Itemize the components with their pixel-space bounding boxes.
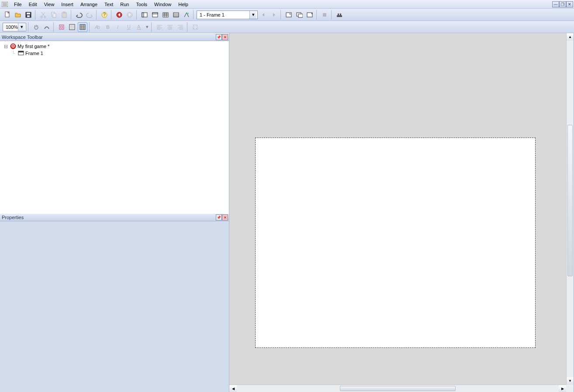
italic-button[interactable]: I	[114, 22, 123, 32]
close-panel-button[interactable]: ✕	[222, 34, 228, 40]
frame-canvas[interactable]	[256, 138, 535, 347]
menu-tools[interactable]: Tools	[132, 1, 151, 8]
pan-tool-button[interactable]	[31, 22, 41, 32]
scroll-down-icon[interactable]: ▼	[567, 377, 574, 385]
scroll-thumb[interactable]	[567, 125, 573, 276]
horizontal-scrollbar[interactable]: ◀ ▶	[229, 385, 566, 392]
frame-selector[interactable]: 1 - Frame 1 ▾	[197, 10, 258, 19]
menu-arrange[interactable]: Arrange	[77, 1, 101, 8]
tree-project-row[interactable]: ⊟ ⚙ My first game *	[1, 43, 228, 50]
zoom-selector[interactable]: 100% ▾	[3, 23, 26, 31]
storyboard-editor-button[interactable]	[140, 10, 149, 20]
event-editor-button[interactable]	[161, 10, 170, 20]
svg-text:A: A	[137, 24, 141, 29]
menu-view[interactable]: View	[41, 1, 58, 8]
cut-button[interactable]	[38, 10, 48, 20]
separator	[151, 22, 153, 32]
run-application-button[interactable]	[294, 10, 304, 20]
properties-panel-header: Properties 📌 ✕	[0, 213, 229, 221]
main-toolbar: ? 1 - Frame 1 ▾	[0, 9, 574, 21]
text-color-dropdown[interactable]: ▾	[145, 22, 149, 32]
tree-branch-icon: └	[10, 51, 17, 56]
scroll-track[interactable]	[237, 385, 559, 392]
separator	[71, 10, 73, 20]
show-grid-button[interactable]	[67, 22, 77, 32]
svg-rect-12	[62, 13, 66, 17]
save-button[interactable]	[24, 10, 33, 20]
separator	[136, 10, 138, 20]
svg-rect-42	[69, 24, 75, 30]
scroll-up-icon[interactable]: ▲	[567, 33, 574, 41]
separator	[111, 10, 113, 20]
scroll-track[interactable]	[567, 41, 574, 377]
svg-rect-37	[337, 15, 342, 17]
mdi-restore-button[interactable]: ❐	[559, 1, 566, 7]
svg-rect-32	[286, 13, 291, 17]
menu-text[interactable]: Text	[101, 1, 117, 8]
scroll-thumb[interactable]	[340, 386, 456, 391]
build-button[interactable]	[335, 10, 344, 20]
prev-frame-button[interactable]	[259, 10, 268, 20]
svg-rect-21	[152, 13, 158, 14]
application-icon: ⚙	[10, 43, 17, 49]
svg-rect-36	[323, 13, 326, 17]
data-elements-button[interactable]	[182, 10, 191, 20]
center-frame-button[interactable]	[57, 22, 66, 32]
svg-rect-34	[298, 14, 303, 17]
font-button[interactable]: Ab	[93, 22, 102, 32]
mdi-minimize-button[interactable]: —	[552, 1, 559, 7]
run-project-button[interactable]	[284, 10, 294, 20]
tree-frame-row[interactable]: └ Frame 1	[1, 50, 228, 57]
pin-icon[interactable]: 📌	[216, 34, 222, 40]
menu-insert[interactable]: Insert	[58, 1, 77, 8]
tree-collapse-icon[interactable]: ⊟	[2, 44, 10, 49]
align-left-button[interactable]	[155, 22, 164, 32]
menu-run[interactable]: Run	[117, 1, 132, 8]
scroll-right-icon[interactable]: ▶	[559, 385, 566, 392]
svg-text:B: B	[106, 24, 110, 30]
run-frame-button[interactable]	[305, 10, 315, 20]
scroll-corner	[566, 385, 574, 392]
mdi-close-button[interactable]: ✕	[566, 1, 573, 7]
separator	[89, 22, 91, 32]
menu-edit[interactable]: Edit	[25, 1, 41, 8]
redo-button[interactable]	[85, 10, 94, 20]
fit-to-frame-button[interactable]	[190, 22, 200, 32]
close-panel-button[interactable]: ✕	[222, 214, 228, 220]
text-color-button[interactable]: A	[135, 22, 144, 32]
menu-help[interactable]: Help	[175, 1, 192, 8]
svg-rect-76	[18, 51, 24, 52]
paste-button[interactable]	[59, 10, 69, 20]
svg-text:?: ?	[103, 12, 106, 17]
pin-icon[interactable]: 📌	[216, 214, 222, 220]
svg-rect-47	[80, 24, 85, 30]
menu-window[interactable]: Window	[151, 1, 175, 8]
frame-editor-button[interactable]	[150, 10, 160, 20]
nav-forward-button[interactable]	[125, 10, 135, 20]
underline-button[interactable]: U	[124, 22, 134, 32]
scroll-left-icon[interactable]: ◀	[229, 385, 237, 392]
freehand-tool-button[interactable]	[42, 22, 52, 32]
properties-panel-title: Properties	[2, 215, 24, 220]
svg-rect-13	[63, 12, 65, 13]
stop-button[interactable]	[320, 10, 329, 20]
align-center-button[interactable]	[165, 22, 175, 32]
next-frame-button[interactable]	[269, 10, 279, 20]
vertical-scrollbar[interactable]: ▲ ▼	[566, 33, 574, 385]
new-button[interactable]	[3, 10, 12, 20]
app-menu-icon[interactable]	[2, 2, 8, 7]
copy-button[interactable]	[49, 10, 59, 20]
bold-button[interactable]: B	[103, 22, 113, 32]
event-list-editor-button[interactable]	[171, 10, 181, 20]
svg-rect-19	[142, 13, 144, 17]
frame-editor-viewport[interactable]: ▲ ▼ ◀ ▶	[229, 33, 574, 392]
project-name-label: My first game *	[17, 44, 49, 49]
align-right-button[interactable]	[176, 22, 185, 32]
snap-grid-button[interactable]	[78, 22, 87, 32]
open-button[interactable]	[13, 10, 23, 20]
help-contents-button[interactable]: ?	[100, 10, 109, 20]
undo-button[interactable]	[74, 10, 84, 20]
menu-file[interactable]: File	[10, 1, 25, 8]
svg-rect-7	[27, 15, 30, 17]
nav-back-button[interactable]	[114, 10, 124, 20]
